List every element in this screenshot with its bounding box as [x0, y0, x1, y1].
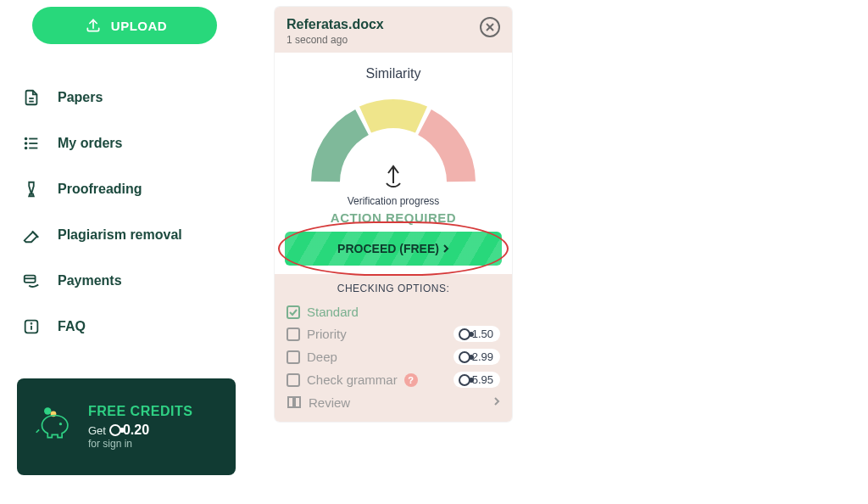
sidebar-item-papers[interactable]: Papers [17, 75, 237, 120]
coin-icon [459, 351, 470, 363]
free-credits-card[interactable]: FREE CREDITS Get 0.20 for sign in [17, 378, 236, 475]
upload-button[interactable]: UPLOAD [32, 7, 217, 44]
price-value: 1.50 [472, 328, 493, 340]
svg-point-15 [44, 407, 51, 414]
svg-point-7 [25, 143, 27, 144]
document-card: Referatas.docx 1 second ago Similarity V… [275, 7, 512, 422]
option-review[interactable]: Review [287, 391, 500, 413]
credits-amount: 0.20 [123, 423, 149, 438]
price-pill: 1.50 [453, 326, 500, 342]
credits-title: FREE CREDITS [88, 404, 192, 419]
svg-rect-21 [287, 306, 299, 318]
sidebar-item-label: Proofreading [58, 182, 142, 197]
sidebar-item-faq[interactable]: FAQ [17, 304, 237, 350]
sidebar-item-orders[interactable]: My orders [17, 120, 237, 166]
file-timestamp: 1 second ago [287, 34, 384, 46]
info-icon [20, 316, 42, 338]
sidebar-item-label: Payments [58, 273, 122, 288]
highlighter-icon [20, 178, 42, 200]
sidebar-item-proofreading[interactable]: Proofreading [17, 166, 237, 212]
sidebar-item-label: Plagiarism removal [58, 227, 182, 243]
svg-point-6 [25, 138, 27, 140]
option-label: Check grammar [307, 372, 398, 387]
piggy-bank-icon [31, 404, 76, 450]
card-hand-icon [20, 270, 42, 292]
checkbox-icon [287, 328, 300, 341]
option-label: Standard [307, 305, 359, 319]
action-required-label: ACTION REQUIRED [275, 210, 512, 225]
card-header: Referatas.docx 1 second ago [275, 7, 512, 53]
option-deep[interactable]: Deep 2.99 [287, 345, 500, 368]
chevron-right-icon [442, 242, 449, 255]
book-icon [287, 395, 302, 409]
proceed-button[interactable]: PROCEED (FREE) [285, 232, 502, 266]
price-value: 2.99 [472, 350, 493, 363]
coin-icon [109, 424, 121, 436]
eraser-icon [20, 224, 42, 246]
coin-icon [459, 328, 470, 340]
svg-rect-23 [287, 351, 299, 363]
close-icon [486, 23, 494, 31]
credits-text: FREE CREDITS Get 0.20 for sign in [88, 404, 192, 450]
similarity-label: Similarity [275, 53, 512, 81]
option-grammar[interactable]: Check grammar ? 5.95 [287, 368, 500, 391]
options-title: CHECKING OPTIONS: [287, 283, 500, 294]
gauge [275, 88, 512, 199]
svg-point-17 [59, 423, 62, 425]
sidebar-item-label: Papers [58, 90, 103, 105]
price-pill: 2.99 [453, 349, 500, 365]
upload-icon [82, 14, 104, 36]
option-standard[interactable]: Standard [287, 301, 500, 322]
sidebar-item-payments[interactable]: Payments [17, 258, 237, 304]
option-label: Priority [307, 327, 347, 341]
checkbox-checked-icon [287, 305, 300, 319]
sidebar-nav: Papers My orders Proofreading Plagiarism… [17, 75, 237, 350]
option-priority[interactable]: Priority 1.50 [287, 322, 500, 345]
coin-icon [459, 374, 470, 386]
help-icon[interactable]: ? [404, 373, 418, 387]
price-pill: 5.95 [453, 372, 500, 388]
close-button[interactable] [480, 17, 500, 37]
svg-point-8 [25, 148, 27, 149]
credits-sub: for sign in [88, 438, 192, 450]
svg-line-9 [32, 231, 36, 236]
sidebar-item-plagiarism-removal[interactable]: Plagiarism removal [17, 212, 237, 258]
credits-prefix: Get [88, 424, 106, 437]
proceed-button-label: PROCEED (FREE) [337, 242, 439, 255]
svg-rect-22 [287, 328, 299, 340]
file-icon [20, 87, 42, 109]
list-icon [20, 132, 42, 154]
checking-options: CHECKING OPTIONS: Standard Priority 1.50… [275, 274, 512, 422]
option-label: Deep [307, 350, 337, 364]
svg-rect-24 [287, 374, 299, 386]
upload-button-label: UPLOAD [111, 19, 167, 33]
price-value: 5.95 [472, 373, 493, 386]
gauge-icon [309, 88, 478, 199]
svg-point-14 [31, 323, 32, 324]
checkbox-icon [287, 350, 300, 364]
sidebar-item-label: FAQ [58, 319, 86, 334]
checkbox-icon [287, 373, 300, 387]
file-name: Referatas.docx [287, 17, 384, 32]
chevron-right-icon [493, 395, 500, 410]
sidebar: UPLOAD Papers My orders Proofreading Pla… [17, 7, 237, 475]
sidebar-item-label: My orders [58, 136, 122, 151]
option-label: Review [309, 395, 350, 410]
